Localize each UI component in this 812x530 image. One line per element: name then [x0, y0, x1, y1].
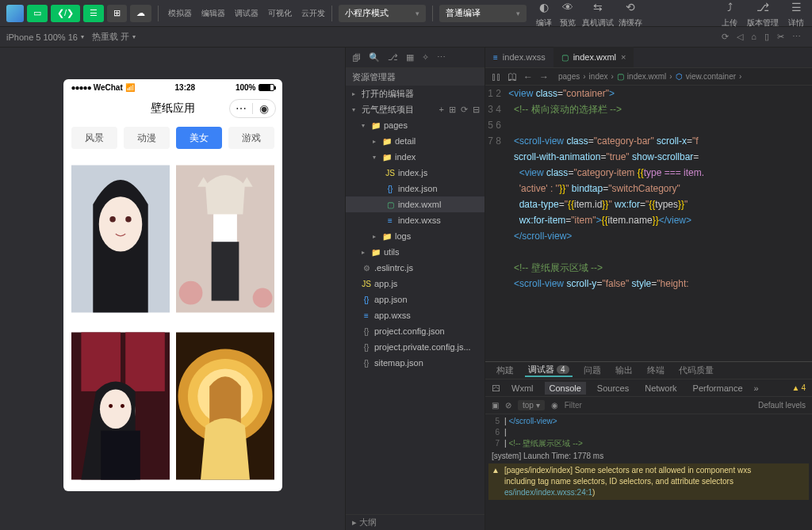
- sidebar-toggle-icon[interactable]: ▣: [492, 401, 499, 410]
- new-folder-icon[interactable]: ⊞: [449, 105, 456, 115]
- close-icon[interactable]: ×: [621, 52, 626, 62]
- robot-icon[interactable]: ✧: [422, 52, 429, 63]
- more-tabs-icon[interactable]: »: [754, 383, 759, 393]
- remote-debug-button[interactable]: ⇆真机调试: [582, 0, 614, 29]
- wallpaper-card[interactable]: [176, 326, 274, 486]
- devtools-tabs: ⮹ Wxml Console Sources Network Performan…: [485, 379, 812, 397]
- mode-select[interactable]: 小程序模式▾: [339, 5, 426, 22]
- project-root[interactable]: ▾元气壁纸项目 + ⊞ ⟳ ⊟: [346, 101, 485, 117]
- dt-console[interactable]: Console: [545, 382, 586, 395]
- context-select[interactable]: top ▾: [518, 400, 545, 410]
- refresh-icon[interactable]: ⟳: [461, 105, 468, 115]
- version-button[interactable]: ⎇版本管理: [747, 0, 779, 29]
- bottom-panel: 构建 调试器 4 问题 输出 终端 代码质量 ⮹ Wxml Console So…: [485, 361, 812, 530]
- folder-index[interactable]: ▾📁index: [346, 149, 485, 165]
- tab-index-wxml[interactable]: ▢index.wxml×: [553, 47, 634, 67]
- files-icon[interactable]: 🗐: [352, 53, 361, 63]
- nav-back-icon[interactable]: ←: [523, 71, 533, 82]
- svg-rect-20: [101, 431, 140, 480]
- wallpaper-card[interactable]: [176, 158, 274, 319]
- bookmark-icon[interactable]: 🕮: [508, 71, 517, 82]
- phone-icon[interactable]: ▯: [764, 32, 769, 42]
- file-app-js[interactable]: JSapp.js: [346, 276, 485, 292]
- bp-tab-terminal[interactable]: 终端: [644, 364, 668, 376]
- file-app-wxss[interactable]: ≡app.wxss: [346, 307, 485, 323]
- file-app-json[interactable]: {}app.json: [346, 292, 485, 307]
- visualize-toggle[interactable]: ⊞: [107, 5, 127, 22]
- bp-tab-problems[interactable]: 问题: [580, 364, 604, 376]
- capsule[interactable]: ⋯ ◉: [229, 99, 276, 118]
- cat-item-2[interactable]: 美女: [176, 127, 222, 149]
- dt-wxml[interactable]: Wxml: [507, 382, 538, 395]
- warning-count[interactable]: ▲ 4: [792, 383, 806, 392]
- new-file-icon[interactable]: +: [439, 105, 444, 115]
- cut-icon[interactable]: ✂: [777, 32, 784, 42]
- file-proj-cfg[interactable]: {}project.config.json: [346, 323, 485, 339]
- battery-icon: [259, 84, 274, 91]
- inspect-icon[interactable]: ⮹: [492, 383, 500, 393]
- git-icon[interactable]: ⎇: [388, 52, 398, 63]
- dt-performance[interactable]: Performance: [688, 382, 748, 395]
- home-icon[interactable]: ⌂: [751, 32, 756, 42]
- editor-toggle[interactable]: ❮/❯: [51, 5, 80, 22]
- cat-item-1[interactable]: 动漫: [124, 127, 170, 149]
- explorer-panel: 🗐 🔍 ⎇ ▦ ✧ ⋯ 资源管理器 ▸打开的编辑器 ▾元气壁纸项目 + ⊞ ⟳ …: [346, 48, 485, 530]
- console-output[interactable]: 5| </scroll-view> 6| 7| <!-- 壁纸展示区域 --> …: [485, 414, 812, 530]
- file-index-json[interactable]: {}index.json: [346, 181, 485, 196]
- cloud-toggle[interactable]: ☁: [130, 5, 151, 22]
- preview-button[interactable]: 👁预览: [558, 0, 577, 29]
- wallpaper-card[interactable]: [71, 158, 170, 319]
- hot-reload-select[interactable]: 热重载 开 ▾: [92, 31, 136, 43]
- capsule-close-icon[interactable]: ◉: [253, 102, 275, 115]
- simulator-toggle[interactable]: ▭: [27, 5, 48, 22]
- collapse-icon[interactable]: ⊟: [473, 105, 480, 115]
- file-eslintrc[interactable]: ⚙.eslintrc.js: [346, 260, 485, 276]
- compile-button[interactable]: ◐编译: [534, 0, 553, 29]
- ext-icon[interactable]: ▦: [406, 52, 414, 63]
- dt-sources[interactable]: Sources: [592, 382, 634, 395]
- capsule-menu-icon[interactable]: ⋯: [230, 102, 252, 115]
- bp-tab-build[interactable]: 构建: [493, 364, 517, 376]
- avatar[interactable]: [6, 5, 24, 22]
- svg-point-17: [99, 389, 131, 429]
- console-filter-row: ▣ ⊘ top ▾ ◉ Default levels: [485, 397, 812, 414]
- wallpaper-card[interactable]: [71, 326, 170, 486]
- cat-item-3[interactable]: 游戏: [228, 127, 274, 149]
- tab-index-wxss[interactable]: ≡index.wxss: [485, 47, 553, 67]
- debugger-toggle[interactable]: ☰: [83, 5, 104, 22]
- file-index-wxml[interactable]: ▢index.wxml: [346, 196, 485, 212]
- outline-section[interactable]: ▸ 大纲: [346, 514, 485, 530]
- folder-logs[interactable]: ▸📁logs: [346, 228, 485, 244]
- more-icon[interactable]: ⋯: [437, 52, 446, 63]
- file-proj-priv[interactable]: {}project.private.config.js...: [346, 339, 485, 355]
- refresh-icon[interactable]: ⟳: [722, 32, 729, 42]
- more-icon[interactable]: ⋯: [792, 32, 801, 42]
- back-icon[interactable]: ◁: [737, 32, 743, 42]
- search-icon[interactable]: 🔍: [369, 52, 380, 63]
- file-index-wxss[interactable]: ≡index.wxss: [346, 212, 485, 228]
- bp-tab-debugger[interactable]: 调试器 4: [525, 364, 573, 377]
- split-icon[interactable]: ⫿⫿: [492, 71, 501, 82]
- filter-input[interactable]: [565, 401, 752, 410]
- folder-pages[interactable]: ▾📁pages: [346, 117, 485, 133]
- folder-detail[interactable]: ▸📁detail: [346, 133, 485, 149]
- bp-tab-output[interactable]: 输出: [612, 364, 636, 376]
- details-button[interactable]: ☰详情: [787, 0, 806, 29]
- clear-cache-button[interactable]: ⟲清缓存: [619, 0, 642, 29]
- cat-item-0[interactable]: 风景: [71, 127, 117, 149]
- dt-network[interactable]: Network: [640, 382, 681, 395]
- open-editors-section[interactable]: ▸打开的编辑器: [346, 86, 485, 101]
- bp-tab-quality[interactable]: 代码质量: [676, 364, 717, 376]
- levels-select[interactable]: Default levels: [758, 401, 806, 410]
- folder-utils[interactable]: ▸📁utils: [346, 244, 485, 260]
- device-select[interactable]: iPhone 5 100% 16 ▾: [6, 32, 84, 42]
- file-index-js[interactable]: JSindex.js: [346, 165, 485, 181]
- compile-select[interactable]: 普通编译▾: [439, 5, 527, 22]
- upload-button[interactable]: ⤴上传: [720, 0, 739, 29]
- live-expr-icon[interactable]: ◉: [551, 401, 558, 410]
- code-editor[interactable]: 1 2 3 4 5 6 7 8 <view class="container">…: [485, 86, 812, 361]
- svg-point-3: [109, 216, 115, 222]
- file-sitemap[interactable]: {}sitemap.json: [346, 355, 485, 371]
- nav-fwd-icon[interactable]: →: [539, 71, 549, 82]
- clear-console-icon[interactable]: ⊘: [505, 401, 511, 410]
